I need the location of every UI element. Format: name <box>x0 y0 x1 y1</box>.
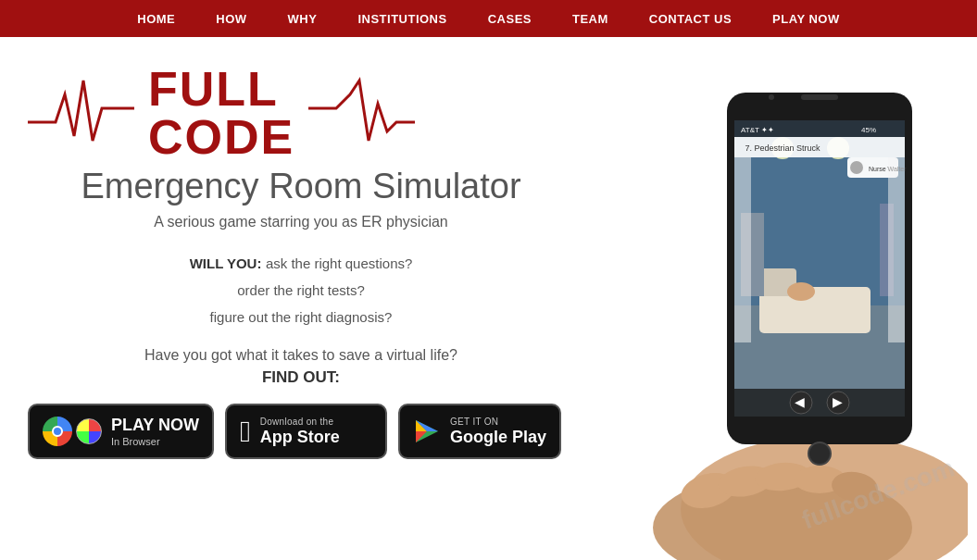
phone-mockup-svg: AT&T ✦✦ 45% 7. Pedestrian Struck Nurse W… <box>597 65 968 560</box>
nav-institutions[interactable]: INSTITUTIONS <box>337 0 467 37</box>
nav-team[interactable]: TEAM <box>552 0 629 37</box>
googleplay-small: GET IT ON <box>450 417 546 428</box>
appstore-text: Download on the App Store <box>260 417 340 448</box>
nav-home[interactable]: HOME <box>117 0 195 37</box>
play-now-sub: In Browser <box>111 436 199 448</box>
logo-code: CODE <box>148 113 294 161</box>
googleplay-big: Google Play <box>450 428 546 448</box>
heartline-left-svg <box>28 71 148 155</box>
tagline-main: Emergency Room Simulator <box>28 167 574 206</box>
svg-rect-30 <box>734 157 751 342</box>
main-content: FULL CODE Emergency Room Simulator A ser… <box>0 37 977 560</box>
will-you-item-1: ask the right questions? <box>266 255 412 271</box>
play-browser-icons <box>43 417 102 446</box>
nav-cases[interactable]: CASES <box>468 0 552 37</box>
svg-text:AT&T ✦✦: AT&T ✦✦ <box>741 126 774 134</box>
play-now-text: PLAY NOW In Browser <box>111 416 199 448</box>
tagline-sub: A serious game starring you as ER physic… <box>28 214 574 230</box>
phone-area: AT&T ✦✦ 45% 7. Pedestrian Struck Nurse W… <box>588 65 977 560</box>
chrome-icon <box>43 417 72 446</box>
nav-why[interactable]: WHY <box>268 0 338 37</box>
nav-playnow[interactable]: PLAY NOW <box>752 0 860 37</box>
will-you-label: WILL YOU: <box>190 255 262 271</box>
navbar: HOME HOW WHY INSTITUTIONS CASES TEAM CON… <box>0 0 977 37</box>
play-now-button[interactable]: PLAY NOW In Browser <box>28 404 214 459</box>
nav-contact[interactable]: CONTACT US <box>629 0 752 37</box>
svg-text:▶: ▶ <box>833 394 843 409</box>
app-store-button[interactable]:  Download on the App Store <box>225 404 387 459</box>
googleplay-text: GET IT ON Google Play <box>450 417 546 448</box>
will-you-item-2: order the right tests? <box>237 282 365 298</box>
appstore-big: App Store <box>260 428 340 448</box>
safari-icon <box>76 418 102 444</box>
logo-area: FULL CODE <box>28 65 574 161</box>
google-play-button[interactable]: GET IT ON Google Play <box>398 404 561 459</box>
appstore-small: Download on the <box>260 417 340 428</box>
svg-point-28 <box>850 161 863 174</box>
nav-how[interactable]: HOW <box>195 0 267 37</box>
will-you-item-3: figure out the right diagnosis? <box>210 309 393 325</box>
svg-point-17 <box>787 282 815 301</box>
logo-full: FULL <box>148 65 294 113</box>
svg-text:7. Pedestrian Struck: 7. Pedestrian Struck <box>745 143 820 153</box>
cta-text: Have you got what it takes to save a vir… <box>28 347 574 364</box>
gplay-triangle-svg <box>414 418 440 444</box>
find-out-text: FIND OUT: <box>28 368 574 387</box>
svg-rect-32 <box>734 389 905 417</box>
svg-rect-37 <box>801 94 838 100</box>
svg-point-39 <box>808 442 831 465</box>
download-buttons: PLAY NOW In Browser  Download on the Ap… <box>28 404 574 459</box>
svg-text:45%: 45% <box>861 126 876 134</box>
will-you-section: WILL YOU: ask the right questions? order… <box>28 251 574 330</box>
googleplay-icon <box>413 417 441 445</box>
hero-left: FULL CODE Emergency Room Simulator A ser… <box>19 65 574 459</box>
heartline-right-svg <box>294 71 415 155</box>
play-now-big: PLAY NOW <box>111 416 199 436</box>
svg-rect-31 <box>888 157 905 342</box>
svg-text:◀: ◀ <box>795 394 805 409</box>
svg-point-38 <box>769 94 774 100</box>
logo-text: FULL CODE <box>148 65 294 161</box>
heartline-logo: FULL CODE <box>28 65 415 161</box>
apple-icon:  <box>240 417 251 446</box>
